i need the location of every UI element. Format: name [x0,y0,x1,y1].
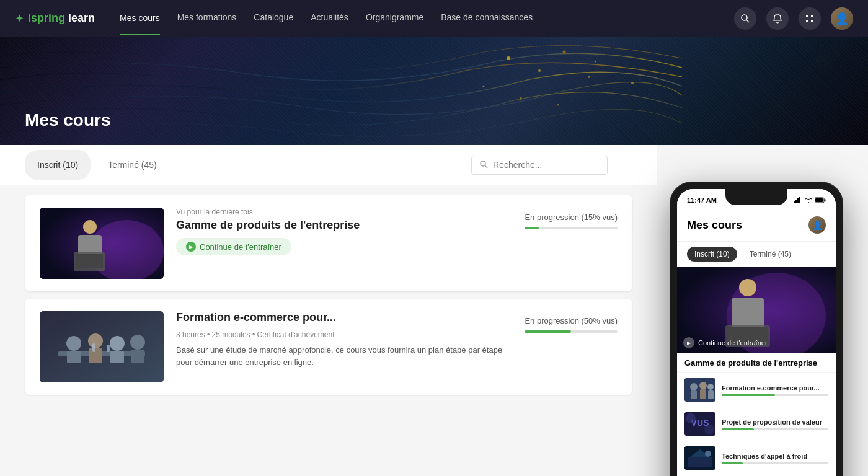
svg-point-13 [595,61,596,63]
course-progress-2: En progression (50% vus) [518,311,618,333]
phone-play-icon: ▶ [683,337,694,348]
search-icon-inner [479,160,488,170]
phone-status-icons [794,197,826,203]
nav-catalogue[interactable]: Catalogue [254,12,293,25]
phone-avatar[interactable]: 👤 [808,216,826,234]
course-info-1: Vu pour la dernière fois Gamme de produi… [176,208,506,255]
svg-point-14 [631,82,634,84]
svg-rect-30 [110,351,124,363]
phone-course-item-title-2: Projet de proposition de valeur [722,418,828,426]
svg-point-57 [686,413,696,423]
phone-course-thumb-2: VUS [684,412,715,436]
phone-hero-overlay: ▶ Continue de t'entraîner [683,337,768,348]
svg-point-12 [557,104,559,106]
progress-bar-bg-1 [525,227,618,229]
svg-rect-32 [131,350,144,363]
svg-rect-36 [795,200,797,203]
svg-point-51 [699,382,707,389]
courses-area: Vu pour la dernière fois Gamme de produi… [0,185,657,412]
progress-bar-fill-1 [525,227,539,229]
progress-bar-bg-2 [525,330,618,333]
course-progress-1: En progression (15% vus) [518,208,618,229]
page-title: Mes cours [25,110,111,130]
notifications-button[interactable] [766,7,789,30]
phone-main-course-title: Gamme de produits de l'entreprise [677,353,836,372]
wifi-icon [805,197,812,203]
svg-point-11 [520,97,522,100]
svg-rect-23 [40,311,164,382]
tab-termine[interactable]: Terminé (45) [95,150,169,180]
svg-point-10 [483,86,485,87]
continue-button-1[interactable]: ▶ Continue de t'entraîner [176,238,291,255]
svg-rect-60 [688,457,712,467]
svg-point-53 [707,384,714,390]
svg-rect-5 [811,20,813,22]
progress-label-2: En progression (50% vus) [525,316,618,325]
nav-mes-formations[interactable]: Mes formations [177,12,237,25]
search-input[interactable] [493,160,600,170]
svg-rect-52 [700,389,706,399]
play-icon: ▶ [186,242,196,252]
progress-label-1: En progression (15% vus) [525,213,618,222]
phone-course-item-title-1: Formation e-commerce pour... [722,384,828,392]
svg-point-15 [480,161,485,166]
battery-icon [815,197,826,203]
course-card-1: Vu pour la dernière fois Gamme de produi… [25,195,632,291]
phone-progress-bar-1 [722,394,828,396]
phone-mockup: 11:47 AM [670,182,843,476]
svg-point-7 [538,69,541,72]
nav-icons: 👤 [734,7,853,30]
phone-course-thumb-3 [684,446,715,470]
bell-icon [773,14,782,24]
phone-hero-label: Continue de t'entraîner [698,339,768,346]
hero-background [0,37,868,145]
svg-rect-35 [794,201,795,203]
phone-tab-termine[interactable]: Terminé (45) [742,247,799,262]
svg-rect-2 [806,15,808,17]
phone-tab-inscrit[interactable]: Inscrit (10) [687,247,737,262]
svg-rect-3 [811,15,813,17]
phone-notch [725,189,787,205]
phone-course-item-2[interactable]: VUS Projet de proposition de valeur [677,407,836,441]
svg-line-1 [746,20,749,22]
course-desc-2: Basé sur une étude de marché approfondie… [176,344,506,368]
svg-rect-44 [739,279,756,296]
svg-point-8 [563,51,566,54]
nav-mes-cours[interactable]: Mes cours [120,13,160,35]
nav-links: Mes cours Mes formations Catalogue Actua… [120,12,714,25]
phone-course-item-3[interactable]: Techniques d'appel à froid [677,441,836,475]
svg-rect-34 [107,345,110,352]
phone-shell: 11:47 AM [670,182,843,476]
svg-point-29 [110,336,125,351]
course-title-2: Formation e-commerce pour... [176,311,506,324]
tab-inscrit[interactable]: Inscrit (10) [25,150,91,180]
phone-content: ▶ Continue de t'entraîner Gamme de produ… [677,267,836,476]
course-meta-2: 3 heures • 25 modules • Certificat d'ach… [176,330,506,339]
svg-point-49 [690,383,698,390]
phone-progress-fill-3 [722,462,743,464]
search-container [471,156,608,175]
course-thumb-2 [40,311,164,382]
phone-progress-fill-2 [722,428,754,430]
svg-rect-50 [691,390,697,399]
svg-point-58 [704,425,714,434]
phone-course-item-info-3: Techniques d'appel à froid [722,452,828,464]
svg-rect-38 [799,197,800,203]
phone-course-item-info-2: Projet de proposition de valeur [722,418,828,430]
apps-button[interactable] [799,7,821,30]
user-avatar[interactable]: 👤 [831,7,853,30]
svg-rect-19 [83,220,97,234]
svg-rect-4 [806,20,808,22]
phone-hero-image: ▶ Continue de t'entraîner [677,267,836,353]
nav-base-connaissances[interactable]: Base de connaissances [441,12,533,25]
phone-time: 11:47 AM [687,196,717,204]
logo[interactable]: ✦ ispring learn [15,12,95,25]
course-card-2: Formation e-commerce pour... 3 heures • … [25,299,632,395]
phone-progress-fill-1 [722,394,775,396]
search-button[interactable] [734,7,756,30]
nav-organigramme[interactable]: Organigramme [366,12,423,25]
grid-icon [805,14,815,24]
phone-course-item-1[interactable]: Formation e-commerce pour... [677,372,836,407]
nav-actualites[interactable]: Actualités [311,12,348,25]
course-image-2 [40,311,164,382]
